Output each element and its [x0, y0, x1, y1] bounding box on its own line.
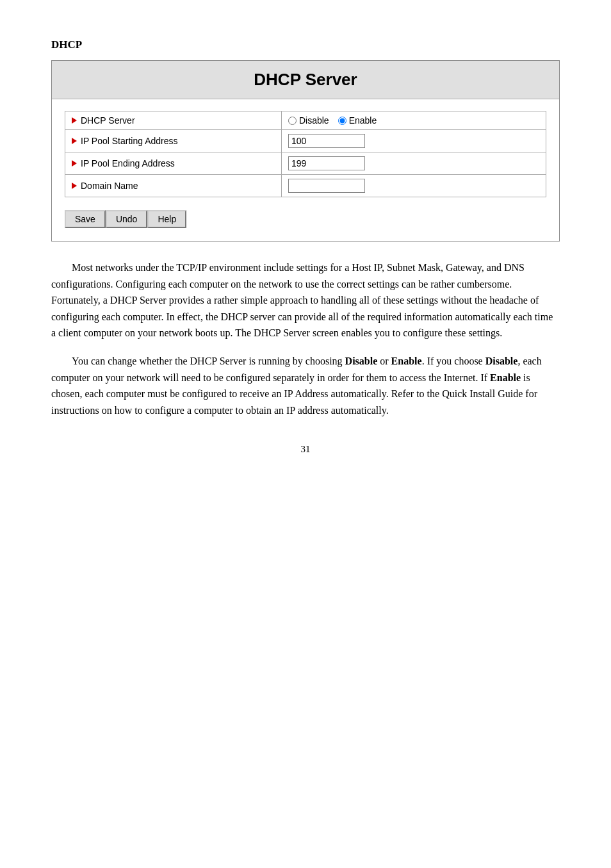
- table-row: DHCP Server Disable Enable: [65, 111, 546, 130]
- arrow-icon: [72, 138, 77, 144]
- value-cell-domain: [281, 175, 546, 197]
- help-button[interactable]: Help: [147, 210, 186, 228]
- page-heading: DHCP: [51, 38, 560, 51]
- panel-title-bar: DHCP Server: [52, 61, 559, 99]
- value-cell-ip-start: [281, 130, 546, 152]
- value-cell-ip-end: [281, 152, 546, 175]
- undo-button[interactable]: Undo: [106, 210, 147, 228]
- bold-disable-2: Disable: [485, 356, 518, 366]
- label-text-domain: Domain Name: [81, 181, 138, 191]
- table-row: IP Pool Starting Address: [65, 130, 546, 152]
- label-cell-ip-start: IP Pool Starting Address: [65, 130, 282, 152]
- value-cell-dhcp-server: Disable Enable: [281, 111, 546, 130]
- panel-body: DHCP Server Disable Enable: [52, 99, 559, 241]
- radio-enable-text: Enable: [349, 115, 377, 126]
- label-text-ip-start: IP Pool Starting Address: [81, 136, 178, 146]
- arrow-icon: [72, 183, 77, 189]
- ip-pool-start-input[interactable]: [288, 134, 365, 148]
- panel-title: DHCP Server: [58, 70, 553, 90]
- label-text-dhcp-server: DHCP Server: [81, 115, 135, 126]
- domain-name-input[interactable]: [288, 179, 365, 193]
- label-cell-domain: Domain Name: [65, 175, 282, 197]
- page-number: 31: [51, 444, 560, 455]
- table-row: Domain Name: [65, 175, 546, 197]
- description-paragraph-2: You can change whether the DHCP Server i…: [51, 353, 560, 418]
- button-row: Save Undo Help: [65, 210, 546, 228]
- arrow-icon: [72, 117, 77, 124]
- radio-disable-text: Disable: [299, 115, 329, 126]
- radio-enable[interactable]: [338, 117, 346, 125]
- save-button[interactable]: Save: [65, 210, 106, 228]
- label-text-ip-end: IP Pool Ending Address: [81, 158, 175, 168]
- ip-pool-end-input[interactable]: [288, 156, 365, 170]
- description-paragraph-1: Most networks under the TCP/IP environme…: [51, 259, 560, 341]
- table-row: IP Pool Ending Address: [65, 152, 546, 175]
- dhcp-panel: DHCP Server DHCP Server: [51, 60, 560, 242]
- radio-enable-label[interactable]: Enable: [338, 115, 377, 126]
- label-cell-ip-end: IP Pool Ending Address: [65, 152, 282, 175]
- bold-disable-1: Disable: [345, 356, 378, 366]
- radio-disable-label[interactable]: Disable: [288, 115, 329, 126]
- settings-table: DHCP Server Disable Enable: [65, 111, 546, 197]
- label-cell-dhcp-server: DHCP Server: [65, 111, 282, 130]
- radio-group-dhcp-server: Disable Enable: [288, 115, 539, 126]
- radio-disable[interactable]: [288, 117, 297, 125]
- bold-enable-2: Enable: [490, 372, 521, 383]
- bold-enable-1: Enable: [391, 356, 422, 366]
- arrow-icon: [72, 160, 77, 167]
